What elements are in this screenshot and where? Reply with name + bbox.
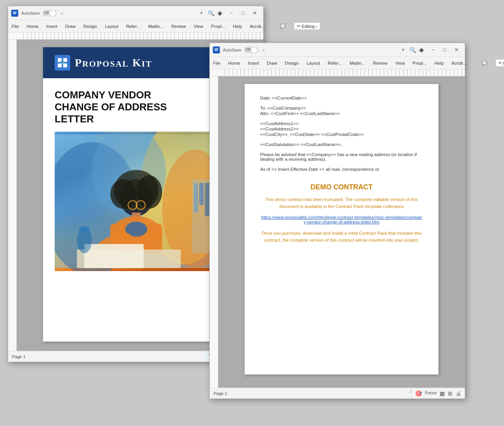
status-icons-front: 📄 🎯 Focus ▦ ⊞ 🖨: [406, 390, 461, 397]
svg-rect-4: [63, 64, 67, 67]
autosave-toggle-front[interactable]: Off: [244, 46, 259, 53]
title-bar-front: W AutoSave Off » ▾ 🔍 ◆ − □ ✕: [210, 43, 465, 57]
addr2-field: <<CustAddress2>>: [260, 127, 423, 131]
ribbon-references-back[interactable]: Refer...: [125, 23, 142, 29]
minimize-button-front[interactable]: −: [428, 46, 438, 54]
letter-salutation-section: <<CustSalutation>> <<CustLastName>>,: [260, 142, 423, 147]
window-controls-back: − □ ✕: [226, 9, 260, 17]
word-logo-back: W: [11, 10, 18, 17]
cover-header: PROPOSAL KIT: [43, 47, 237, 78]
pk-logo-icon: [55, 55, 70, 70]
ribbon-mailings-front[interactable]: Mailin...: [349, 60, 366, 66]
ribbon-draw-back[interactable]: Draw: [64, 23, 77, 29]
svg-point-32: [79, 226, 90, 232]
layout-icon-front[interactable]: ▦: [440, 390, 445, 397]
addr3-field: <<CustCity>>, <<CustState>> <<CustPostal…: [260, 132, 423, 137]
maximize-button-back[interactable]: □: [238, 9, 249, 17]
search-button-front[interactable]: 🔍: [408, 46, 417, 54]
diamond-icon-front: ◆: [419, 46, 424, 53]
title-dropdown-back[interactable]: ▾: [200, 10, 203, 15]
toggle-text-front: Off: [245, 48, 250, 52]
ruler-front: [210, 69, 465, 76]
demo-contract-section: DEMO CONTRACT This demo contract has bee…: [260, 183, 423, 244]
minimize-button-back[interactable]: −: [226, 9, 237, 17]
maximize-button-front[interactable]: □: [439, 46, 450, 54]
salutation-field: <<CustSalutation>> <<CustLastName>>,: [260, 142, 423, 147]
close-button-front[interactable]: ✕: [451, 46, 462, 54]
ribbon-review-front[interactable]: Review: [372, 60, 389, 66]
svg-point-13: [136, 175, 162, 209]
ribbon-insert-front[interactable]: Insert: [247, 60, 260, 66]
comment-button-front[interactable]: 💬: [479, 59, 490, 67]
ribbon-propkit-front[interactable]: Propl...: [411, 60, 428, 66]
demo-link[interactable]: https://www.proposalkit.com/htm/legal-co…: [260, 215, 423, 224]
letter-date-section: Date: <<CurrentDate>>: [260, 96, 423, 100]
chevrons-back: »: [61, 11, 63, 15]
word-window-front: W AutoSave Off » ▾ 🔍 ◆ − □ ✕ File Home I…: [209, 43, 465, 399]
cover-image: [55, 132, 225, 271]
editing-label-back: Editing: [302, 24, 315, 29]
ribbon-references-front[interactable]: Refer...: [326, 60, 343, 66]
close-button-back[interactable]: ✕: [249, 9, 260, 17]
ribbon-help-front[interactable]: Help: [433, 60, 445, 66]
word-logo-front: W: [213, 46, 220, 53]
ribbon-help-back[interactable]: Help: [232, 23, 243, 29]
demo-text1: This demo contract has been truncated. T…: [260, 196, 423, 210]
autosave-label-front: AutoSave: [223, 48, 242, 52]
ribbon-acrobat-back[interactable]: Acrob...: [249, 23, 266, 29]
editing-chevron-back: ›: [316, 24, 318, 29]
status-bar-front: Page 1 📄 🎯 Focus ▦ ⊞ 🖨: [210, 388, 465, 399]
ribbon-propkit-back[interactable]: Propl...: [210, 23, 226, 29]
letter-to-section: To: <<CustCompany>> Attn: <<CustFirst>> …: [260, 106, 423, 116]
letter-addr-section: <<CustAddress1>> <<CustAddress2>> <<Cust…: [260, 121, 423, 137]
search-button-back[interactable]: 🔍: [207, 9, 215, 17]
ribbon-layout-back[interactable]: Layout: [104, 23, 120, 29]
date-field: Date: <<CurrentDate>>: [260, 96, 423, 100]
print-icon-front[interactable]: 🖨: [456, 390, 461, 397]
ribbon-front: File Home Insert Draw Design Layout Refe…: [210, 57, 465, 69]
ribbon-draw-front[interactable]: Draw: [266, 60, 278, 66]
ribbon-review-back[interactable]: Review: [170, 23, 187, 29]
page-view-icon-front[interactable]: 📄: [406, 390, 412, 397]
title-dropdown-front[interactable]: ▾: [402, 47, 404, 52]
pencil-icon-back: ✏: [297, 24, 300, 29]
letter-body2-section: As of << Insert Effective Date >> all ma…: [260, 167, 423, 172]
ribbon-view-back[interactable]: View: [193, 23, 205, 29]
svg-point-12: [110, 179, 136, 209]
ribbon-view-front[interactable]: View: [394, 60, 406, 66]
ribbon-home-back[interactable]: Home: [26, 23, 40, 29]
ribbon-design-front[interactable]: Design: [284, 60, 300, 66]
focus-label-front[interactable]: Focus: [425, 390, 437, 397]
pencil-icon-front: ✏: [499, 60, 502, 65]
ribbon-design-back[interactable]: Design: [82, 23, 98, 29]
pk-logo-text: PROPOSAL KIT: [75, 57, 152, 69]
zoom-icon-front[interactable]: ⊞: [448, 390, 452, 397]
chevrons-front: »: [262, 48, 265, 52]
focus-icon-front[interactable]: 🎯: [415, 390, 422, 397]
cover-page: PROPOSAL KIT COMPANY VENDOR CHANGE OF AD…: [43, 47, 237, 342]
ribbon-acrobat-front[interactable]: Acrob...: [450, 60, 468, 66]
to-field: To: <<CustCompany>>: [260, 106, 423, 110]
autosave-toggle-back[interactable]: Off: [42, 10, 57, 17]
ribbon-insert-back[interactable]: Insert: [45, 23, 59, 29]
cover-title-section: COMPANY VENDOR CHANGE OF ADDRESS LETTER: [43, 78, 237, 132]
letter-body-section: Please be advised that <<Company>> has a…: [260, 152, 423, 161]
ribbon-file-back[interactable]: File: [10, 23, 20, 29]
autosave-label-back: AutoSave: [21, 11, 40, 15]
letter-page: Date: <<CurrentDate>> To: <<CustCompany>…: [245, 84, 438, 374]
comment-button-back[interactable]: 💬: [277, 22, 288, 30]
doc-area-front[interactable]: Date: <<CurrentDate>> To: <<CustCompany>…: [210, 76, 465, 388]
body2-field: As of << Insert Effective Date >> all ma…: [260, 167, 423, 172]
ribbon-mailings-back[interactable]: Mailin...: [147, 23, 165, 29]
editing-button-front[interactable]: ✏ Editing ›: [495, 59, 504, 67]
editing-button-back[interactable]: ✏ Editing ›: [294, 22, 320, 30]
ribbon-layout-front[interactable]: Layout: [306, 60, 321, 66]
svg-rect-25: [85, 244, 144, 268]
svg-rect-3: [58, 64, 62, 67]
ribbon-file-front[interactable]: File: [212, 60, 222, 66]
addr1-field: <<CustAddress1>>: [260, 121, 423, 126]
ribbon-home-front[interactable]: Home: [227, 60, 242, 66]
cover-title: COMPANY VENDOR CHANGE OF ADDRESS LETTER: [55, 89, 225, 125]
page-indicator-back: Page 1: [12, 354, 26, 359]
svg-rect-29: [205, 183, 209, 216]
